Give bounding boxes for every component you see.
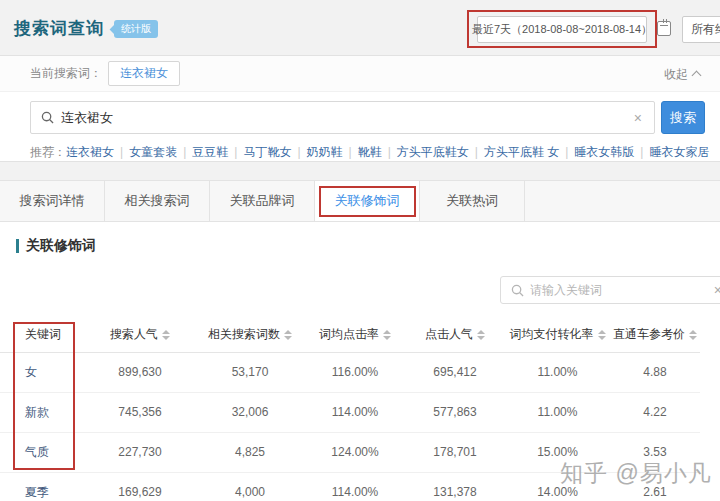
search-panel: 当前搜索词： 连衣裙女 收起 连衣裙女 × 搜索 推荐：连衣裙女女童套装豆豆鞋马… bbox=[0, 55, 720, 162]
filter-placeholder: 请输入关键词 bbox=[530, 282, 712, 299]
recommendation-row: 推荐：连衣裙女女童套装豆豆鞋马丁靴女奶奶鞋靴鞋方头平底鞋女方头平底鞋 女睡衣女韩… bbox=[30, 144, 709, 161]
page-header: 搜索词查询 统计版 最近7天（2018-08-08~2018-08-14） 所有… bbox=[0, 0, 720, 55]
column-header-related-count[interactable]: 相关搜索词数 bbox=[195, 318, 305, 352]
sort-icon[interactable] bbox=[477, 330, 485, 340]
cell-ctr: 114.00% bbox=[305, 392, 405, 432]
recommend-link[interactable]: 连衣裙女 bbox=[66, 145, 129, 159]
title-wrap: 搜索词查询 统计版 bbox=[14, 17, 158, 40]
cell-ztc-price: 4.22 bbox=[610, 392, 700, 432]
tab-related-brand-words[interactable]: 关联品牌词 bbox=[210, 181, 315, 221]
sort-icon[interactable] bbox=[598, 330, 606, 340]
column-header-conversion[interactable]: 词均支付转化率 bbox=[505, 318, 610, 352]
date-range-selector[interactable]: 最近7天（2018-08-08~2018-08-14） bbox=[477, 16, 647, 43]
recommend-link[interactable]: 奶奶鞋 bbox=[307, 145, 358, 159]
cell-keyword[interactable]: 气质 bbox=[0, 432, 85, 472]
search-input-value: 连衣裙女 bbox=[61, 109, 632, 127]
tab-bar: 搜索词详情 相关搜索词 关联品牌词 关联修饰词 关联热词 bbox=[0, 180, 720, 222]
watermark: 知乎 @易小凡 bbox=[560, 458, 712, 489]
cell-ztc-price: 4.88 bbox=[610, 352, 700, 392]
table-row: 新款 745,356 32,006 114.00% 577,863 11.00%… bbox=[0, 392, 700, 432]
recommend-link[interactable]: 方头平底鞋 女 bbox=[484, 145, 574, 159]
cell-keyword[interactable]: 女 bbox=[0, 352, 85, 392]
cell-ctr: 114.00% bbox=[305, 472, 405, 501]
column-header-click-popularity[interactable]: 点击人气 bbox=[405, 318, 505, 352]
recommend-link[interactable]: 睡衣女家居 bbox=[649, 145, 709, 159]
column-header-search-popularity[interactable]: 搜索人气 bbox=[85, 318, 195, 352]
cell-related-count: 4,825 bbox=[195, 432, 305, 472]
tab-related-search-terms[interactable]: 相关搜索词 bbox=[105, 181, 210, 221]
column-header-ztc-price[interactable]: 直通车参考价 bbox=[610, 318, 700, 352]
cell-keyword[interactable]: 夏季 bbox=[0, 472, 85, 501]
tab-related-hot-words[interactable]: 关联热词 bbox=[420, 181, 525, 221]
recommend-link[interactable]: 马丁靴女 bbox=[243, 145, 306, 159]
calendar-icon[interactable] bbox=[657, 21, 671, 36]
terminal-selector-label: 所有终端 bbox=[691, 21, 720, 38]
cell-search-popularity: 227,730 bbox=[85, 432, 195, 472]
table-row: 女 899,630 53,170 116.00% 695,412 11.00% … bbox=[0, 352, 700, 392]
sort-icon[interactable] bbox=[383, 330, 391, 340]
table-header-row: 关键词 搜索人气 相关搜索词数 词均点击率 点击人气 词均支付转化率 直通车参考… bbox=[0, 318, 700, 352]
section-title: 关联修饰词 bbox=[26, 237, 96, 255]
recommend-link[interactable]: 睡衣女韩版 bbox=[574, 145, 649, 159]
sort-icon[interactable] bbox=[284, 330, 292, 340]
sort-icon[interactable] bbox=[689, 330, 697, 340]
sort-icon[interactable] bbox=[162, 330, 170, 340]
collapse-label: 收起 bbox=[664, 66, 688, 83]
cell-ctr: 124.00% bbox=[305, 432, 405, 472]
chevron-up-icon bbox=[692, 71, 702, 81]
recommend-link[interactable]: 方头平底鞋女 bbox=[397, 145, 484, 159]
cell-related-count: 4,000 bbox=[195, 472, 305, 501]
cell-click-popularity: 695,412 bbox=[405, 352, 505, 392]
recommend-link[interactable]: 女童套装 bbox=[129, 145, 192, 159]
recommend-link[interactable]: 豆豆鞋 bbox=[192, 145, 243, 159]
cell-keyword[interactable]: 新款 bbox=[0, 392, 85, 432]
cell-ctr: 116.00% bbox=[305, 352, 405, 392]
cell-related-count: 32,006 bbox=[195, 392, 305, 432]
collapse-toggle[interactable]: 收起 bbox=[664, 56, 700, 92]
recommend-label: 推荐： bbox=[30, 145, 66, 159]
tab-related-modifier-words[interactable]: 关联修饰词 bbox=[315, 181, 420, 221]
search-icon bbox=[511, 284, 524, 297]
search-button[interactable]: 搜索 bbox=[661, 101, 705, 134]
section-header: 关联修饰词 bbox=[16, 237, 96, 255]
current-search-row: 当前搜索词： 连衣裙女 收起 bbox=[0, 56, 720, 92]
page-title: 搜索词查询 bbox=[14, 17, 104, 40]
current-search-label: 当前搜索词： bbox=[30, 65, 102, 82]
clear-icon[interactable]: × bbox=[712, 282, 720, 298]
date-range-text: 最近7天（2018-08-08~2018-08-14） bbox=[472, 22, 652, 37]
search-input[interactable]: 连衣裙女 × bbox=[30, 101, 655, 134]
cell-click-popularity: 178,701 bbox=[405, 432, 505, 472]
cell-click-popularity: 577,863 bbox=[405, 392, 505, 432]
cell-conversion: 11.00% bbox=[505, 392, 610, 432]
tab-search-term-detail[interactable]: 搜索词详情 bbox=[0, 181, 105, 221]
cell-related-count: 53,170 bbox=[195, 352, 305, 392]
column-header-keyword: 关键词 bbox=[0, 318, 85, 352]
cell-search-popularity: 169,629 bbox=[85, 472, 195, 501]
cell-search-popularity: 899,630 bbox=[85, 352, 195, 392]
section-accent-bar bbox=[16, 239, 19, 253]
search-icon bbox=[41, 111, 54, 124]
title-badge: 统计版 bbox=[114, 20, 158, 38]
current-search-tag[interactable]: 连衣裙女 bbox=[108, 61, 180, 86]
cell-conversion: 11.00% bbox=[505, 352, 610, 392]
column-header-ctr[interactable]: 词均点击率 bbox=[305, 318, 405, 352]
table-filter-input[interactable]: 请输入关键词 × bbox=[500, 276, 720, 304]
cell-search-popularity: 745,356 bbox=[85, 392, 195, 432]
terminal-selector[interactable]: 所有终端 bbox=[682, 16, 720, 43]
clear-icon[interactable]: × bbox=[632, 110, 644, 126]
recommend-link[interactable]: 靴鞋 bbox=[358, 145, 397, 159]
cell-click-popularity: 131,378 bbox=[405, 472, 505, 501]
